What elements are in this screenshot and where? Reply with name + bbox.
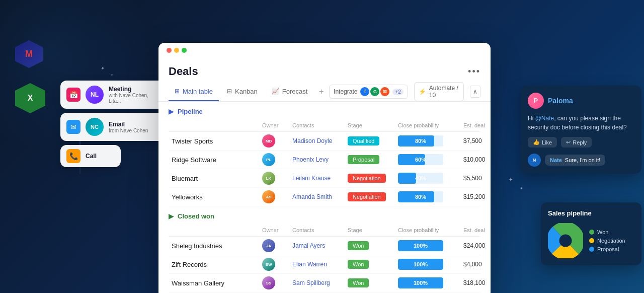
automate-button[interactable]: ⚡ Automate / 10 bbox=[414, 82, 464, 101]
reply-label: Reply bbox=[573, 139, 587, 145]
prob-bar-sheleg: 100% bbox=[398, 240, 443, 251]
chat-message: Hi @Nate, can you please sign the securi… bbox=[528, 114, 634, 132]
integrate-label: Integrate bbox=[334, 88, 357, 95]
est-deal-sheleg: $24,000 bbox=[460, 241, 491, 250]
table-row: Zift Records EW Elian Warren Won 100% $4… bbox=[169, 255, 480, 274]
prob-bluemart: 40% bbox=[395, 172, 460, 185]
contact-waissman: Sam Spillberg bbox=[289, 278, 345, 287]
call-card[interactable]: 📞 Call bbox=[60, 145, 121, 167]
prob-label-ridge: 60% bbox=[415, 157, 426, 163]
automate-icon: ⚡ bbox=[419, 88, 426, 95]
owner-sheleg: JA bbox=[259, 238, 289, 253]
prob-label-zift: 100% bbox=[414, 261, 428, 267]
pipeline-label: Pipeline bbox=[178, 108, 203, 115]
contact-link-bluemart[interactable]: Leilani Krause bbox=[292, 175, 331, 182]
like-button[interactable]: 👍 Like bbox=[528, 137, 557, 148]
owner-ridge: PL bbox=[259, 152, 289, 167]
est-deal-zift: $4,000 bbox=[460, 260, 491, 269]
chat-actions: 👍 Like ↩ Reply bbox=[528, 137, 634, 148]
pipeline-section-label: ▶ Pipeline bbox=[169, 102, 480, 119]
contact-link-ridge[interactable]: Phoenix Levy bbox=[292, 156, 329, 163]
more-options-button[interactable]: ••• bbox=[468, 66, 480, 77]
integration-google-icon: G bbox=[370, 87, 379, 96]
pipeline-triangle-icon: ▶ bbox=[169, 108, 174, 115]
reply-button[interactable]: ↩ Reply bbox=[561, 137, 592, 148]
owner-avatar-waissman: SS bbox=[262, 276, 275, 289]
chat-user-header: P Paloma bbox=[528, 93, 634, 109]
closed-won-triangle-icon: ▶ bbox=[169, 212, 174, 220]
activity-panel: 📅 NL Meeting with Nave Cohen, Lita... ✉ … bbox=[60, 81, 166, 171]
email-title: Email bbox=[109, 121, 160, 128]
minimize-window-btn[interactable] bbox=[174, 48, 179, 53]
deals-header: Deals ••• bbox=[158, 56, 491, 78]
cw-col-est-deal: Est. deal bbox=[460, 226, 491, 234]
owner-bluemart: LK bbox=[259, 171, 289, 186]
close-window-btn[interactable] bbox=[167, 48, 172, 53]
tab-kanban[interactable]: ⊟ Kanban bbox=[221, 83, 264, 101]
prob-bar-bluemart: 40% bbox=[398, 173, 443, 184]
stage-zift: Won bbox=[345, 259, 395, 270]
col-contacts: Contacts bbox=[289, 121, 345, 129]
contact-link-sheleg[interactable]: Jamal Ayers bbox=[292, 242, 325, 249]
chat-reply-row: N Nate Sure, I'm on it! bbox=[528, 154, 634, 167]
won-label: Won bbox=[597, 229, 608, 235]
contact-sheleg: Jamal Ayers bbox=[289, 241, 345, 250]
reply-icon: ↩ bbox=[566, 139, 571, 145]
pie-chart bbox=[548, 223, 583, 258]
contact-zift: Elian Warren bbox=[289, 260, 345, 269]
deal-name-waissman: Waissman Gallery bbox=[169, 278, 259, 288]
tab-main-table[interactable]: ⊞ Main table bbox=[169, 83, 219, 101]
email-subtitle: from Nave Cohen bbox=[109, 128, 160, 133]
like-icon: 👍 bbox=[533, 139, 540, 145]
prob-ridge: 60% bbox=[395, 153, 460, 166]
call-icon: 📞 bbox=[66, 149, 80, 163]
meeting-card[interactable]: 📅 NL Meeting with Nave Cohen, Lita... bbox=[60, 81, 166, 109]
stage-bluemart: Negotiation bbox=[345, 173, 395, 184]
col-probability: Close probability bbox=[395, 121, 460, 129]
contact-link-yelloworks[interactable]: Amanda Smith bbox=[292, 193, 332, 200]
call-title: Call bbox=[86, 153, 115, 160]
proposal-color-dot bbox=[589, 247, 594, 252]
col-owner: Owner bbox=[259, 121, 289, 129]
deals-table: ▶ Pipeline Owner Contacts Stage Close pr… bbox=[158, 102, 491, 293]
est-deal-waissman: $18,100 bbox=[460, 278, 491, 287]
prob-label-waissman: 100% bbox=[414, 280, 428, 286]
gmail-icon[interactable]: M bbox=[15, 40, 43, 68]
owner-twister: MD bbox=[259, 133, 289, 149]
sales-pipeline-panel: Sales pipeline Won Negotiation Proposal bbox=[541, 202, 641, 265]
integrate-icons: f G ✉ bbox=[360, 87, 389, 96]
est-deal-ridge: $10,000 bbox=[460, 155, 491, 164]
cw-col-stage: Stage bbox=[345, 226, 395, 234]
email-icon: ✉ bbox=[66, 120, 80, 134]
prob-yelloworks: 80% bbox=[395, 190, 460, 203]
chat-username: Paloma bbox=[548, 97, 573, 105]
owner-zift: EW bbox=[259, 257, 289, 272]
contact-link-twister[interactable]: Madison Doyle bbox=[292, 137, 332, 144]
tab-forecast[interactable]: 📈 Forecast bbox=[266, 83, 314, 101]
col-name bbox=[169, 121, 259, 129]
contact-link-zift[interactable]: Elian Warren bbox=[292, 261, 327, 268]
legend-negotiation: Negotiation bbox=[589, 238, 625, 244]
closed-won-label: Closed won bbox=[178, 212, 214, 220]
integrate-button[interactable]: Integrate f G ✉ +2 bbox=[329, 85, 408, 99]
contact-link-waissman[interactable]: Sam Spillberg bbox=[292, 279, 330, 286]
deal-name-twister: Twister Sports bbox=[169, 136, 259, 146]
closed-won-section-label: ▶ Closed won bbox=[169, 206, 480, 224]
excel-icon[interactable]: X bbox=[15, 83, 45, 113]
maximize-window-btn[interactable] bbox=[182, 48, 187, 53]
add-tab-button[interactable]: + bbox=[315, 86, 327, 98]
owner-waissman: SS bbox=[259, 275, 289, 290]
collapse-button[interactable]: ∧ bbox=[470, 86, 480, 98]
prob-label-sheleg: 100% bbox=[414, 243, 428, 249]
table-row: Bluemart LK Leilani Krause Negotiation 4… bbox=[169, 169, 480, 188]
meeting-avatar: NL bbox=[86, 86, 104, 104]
prob-label-twister: 80% bbox=[415, 138, 426, 144]
stage-yelloworks: Negotiation bbox=[345, 191, 395, 202]
stage-badge-yelloworks: Negotiation bbox=[348, 192, 386, 201]
email-card[interactable]: ✉ NC Email from Nave Cohen bbox=[60, 113, 166, 141]
col-stage: Stage bbox=[345, 121, 395, 129]
est-deal-twister: $7,500 bbox=[460, 136, 491, 145]
sales-legend: Won Negotiation Proposal bbox=[589, 229, 625, 252]
star-decoration-2: ✦ bbox=[111, 73, 113, 77]
stage-ridge: Proposal bbox=[345, 154, 395, 165]
